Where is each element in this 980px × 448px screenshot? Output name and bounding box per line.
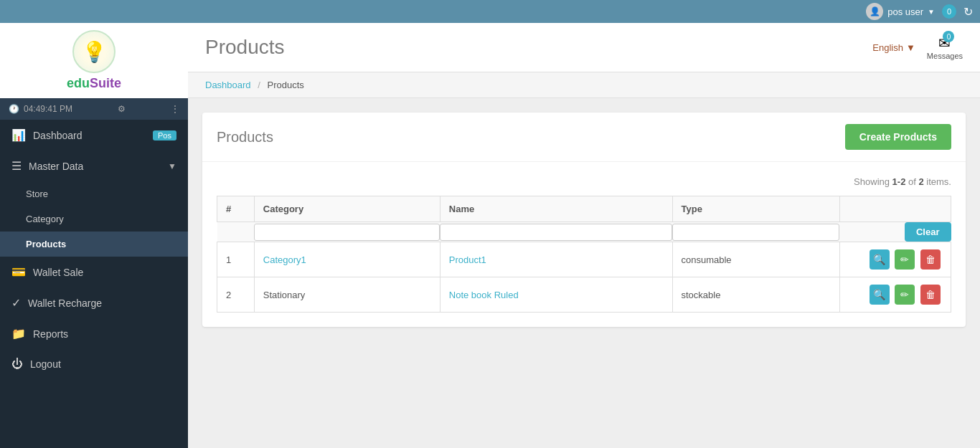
row2-edit-button[interactable]: ✏ (895, 285, 915, 305)
row2-num: 2 (217, 277, 255, 313)
breadcrumb-current: Products (267, 80, 303, 90)
row1-type: consumable (672, 242, 839, 277)
dashboard-icon: 📊 (11, 128, 26, 142)
content-area: Products English ▼ ✉ 0 Messages Dashboar… (188, 23, 980, 448)
messages-icon-wrap: ✉ 0 (938, 34, 951, 52)
topbar-username: pos user (887, 6, 923, 17)
page-header-right: English ▼ ✉ 0 Messages (872, 34, 963, 60)
language-label: English (872, 42, 903, 53)
sidebar-item-wallet-sale[interactable]: 💳 Wallet Sale (0, 257, 188, 287)
master-data-icon: ☰ (11, 159, 22, 173)
sidebar-item-dashboard[interactable]: 📊 Dashboard Pos (0, 120, 188, 151)
current-time: 04:49:41 PM (24, 104, 72, 114)
sidebar-item-reports[interactable]: 📁 Reports (0, 318, 188, 349)
sidebar: 💡 eduSuite 🕐 04:49:41 PM ⚙ ⋮ 📊 Dashboard… (0, 23, 188, 448)
row1-actions: 🔍 ✏ 🗑 (839, 242, 951, 277)
filter-type-cell (672, 222, 839, 242)
topbar: 👤 pos user ▼ 0 ↻ (0, 0, 980, 23)
card-header: Products Create Products (202, 113, 966, 162)
topbar-badge: 0 (942, 4, 956, 19)
messages-count-badge: 0 (943, 31, 954, 42)
sidebar-item-store[interactable]: Store (0, 181, 188, 206)
logo-text: eduSuite (67, 76, 121, 91)
table-row: 2 Stationary Note book Ruled stockable 🔍… (217, 277, 951, 313)
sidebar-timebar: 🕐 04:49:41 PM ⚙ ⋮ (0, 98, 188, 120)
chevron-down-icon: ▼ (168, 161, 176, 171)
user-dropdown-icon: ▼ (928, 8, 935, 16)
logo: 💡 eduSuite (7, 30, 181, 91)
topbar-user[interactable]: 👤 pos user ▼ (866, 3, 935, 20)
products-table: # Category Name Type (217, 196, 951, 313)
filter-name-cell (440, 222, 672, 242)
user-avatar: 👤 (866, 3, 883, 20)
showing-text: Showing 1-2 of 2 items. (217, 176, 951, 187)
wallet-sale-icon: 💳 (11, 265, 26, 279)
messages-button[interactable]: ✉ 0 Messages (927, 34, 963, 60)
row1-edit-button[interactable]: ✏ (895, 249, 915, 270)
row2-name: Note book Ruled (440, 277, 672, 313)
filter-category-input[interactable] (254, 224, 440, 241)
logout-label: Logout (30, 358, 61, 370)
row1-delete-button[interactable]: 🗑 (920, 249, 941, 270)
products-label: Products (26, 239, 66, 249)
filter-name-input[interactable] (440, 224, 672, 241)
sidebar-dashboard-label: Dashboard (33, 130, 83, 141)
sidebar-nav: 📊 Dashboard Pos ☰ Master Data ▼ Store Ca… (0, 120, 188, 448)
filter-type-input[interactable] (672, 224, 839, 241)
row2-delete-button[interactable]: 🗑 (920, 285, 941, 305)
reports-label: Reports (33, 328, 68, 340)
sidebar-item-master-data[interactable]: ☰ Master Data ▼ (0, 151, 188, 181)
sidebar-item-wallet-recharge[interactable]: ✓ Wallet Recharge (0, 287, 188, 318)
table-row: 1 Category1 Product1 consumable 🔍 ✏ 🗑 (217, 242, 951, 277)
filter-category-cell (254, 222, 440, 242)
products-card: Products Create Products Showing 1-2 of … (202, 113, 966, 327)
col-header-actions (839, 196, 951, 222)
row1-name: Product1 (440, 242, 672, 277)
logout-icon: ⏻ (11, 358, 23, 371)
filter-row: Clear (217, 222, 951, 242)
wallet-sale-label: Wallet Sale (33, 267, 83, 278)
page-header: Products English ▼ ✉ 0 Messages (188, 23, 980, 72)
category-label: Category (26, 214, 64, 224)
row2-category: Stationary (254, 277, 440, 313)
sidebar-item-category[interactable]: Category (0, 206, 188, 232)
breadcrumb-separator: / (258, 80, 260, 90)
row1-num: 1 (217, 242, 255, 277)
settings-icon[interactable]: ⚙ (118, 104, 126, 114)
filter-clear-cell: Clear (839, 222, 951, 242)
card-title: Products (217, 129, 273, 146)
pos-badge: Pos (153, 130, 176, 140)
row2-view-button[interactable]: 🔍 (870, 285, 890, 305)
row1-view-button[interactable]: 🔍 (870, 249, 890, 270)
wallet-recharge-label: Wallet Recharge (28, 297, 102, 309)
language-selector[interactable]: English ▼ (872, 42, 915, 53)
sidebar-item-products[interactable]: Products (0, 232, 188, 257)
store-label: Store (26, 189, 48, 199)
table-header-row: # Category Name Type (217, 196, 951, 222)
lang-dropdown-icon: ▼ (906, 42, 915, 53)
create-products-button[interactable]: Create Products (845, 124, 951, 150)
logo-icon: 💡 (72, 30, 116, 73)
row2-actions: 🔍 ✏ 🗑 (839, 277, 951, 313)
card-body: Showing 1-2 of 2 items. # Category Name … (202, 162, 966, 327)
row2-type: stockable (672, 277, 839, 313)
reports-icon: 📁 (11, 327, 26, 340)
topbar-refresh-icon[interactable]: ↻ (963, 5, 973, 19)
col-header-category: Category (254, 196, 440, 222)
col-header-type: Type (672, 196, 839, 222)
messages-label: Messages (927, 52, 963, 60)
clock-icon: 🕐 (9, 104, 19, 114)
sidebar-item-logout[interactable]: ⏻ Logout (0, 349, 188, 379)
col-header-hash: # (217, 196, 255, 222)
sidebar-master-data-label: Master Data (29, 161, 83, 172)
breadcrumb: Dashboard / Products (188, 72, 980, 98)
page-title: Products (205, 36, 285, 59)
filter-hash (217, 222, 255, 242)
products-table-body: 1 Category1 Product1 consumable 🔍 ✏ 🗑 (217, 242, 951, 313)
more-icon[interactable]: ⋮ (171, 104, 179, 114)
row1-category: Category1 (254, 242, 440, 277)
wallet-recharge-icon: ✓ (11, 296, 21, 310)
clear-button[interactable]: Clear (905, 222, 951, 242)
breadcrumb-dashboard-link[interactable]: Dashboard (205, 80, 251, 90)
col-header-name: Name (440, 196, 672, 222)
